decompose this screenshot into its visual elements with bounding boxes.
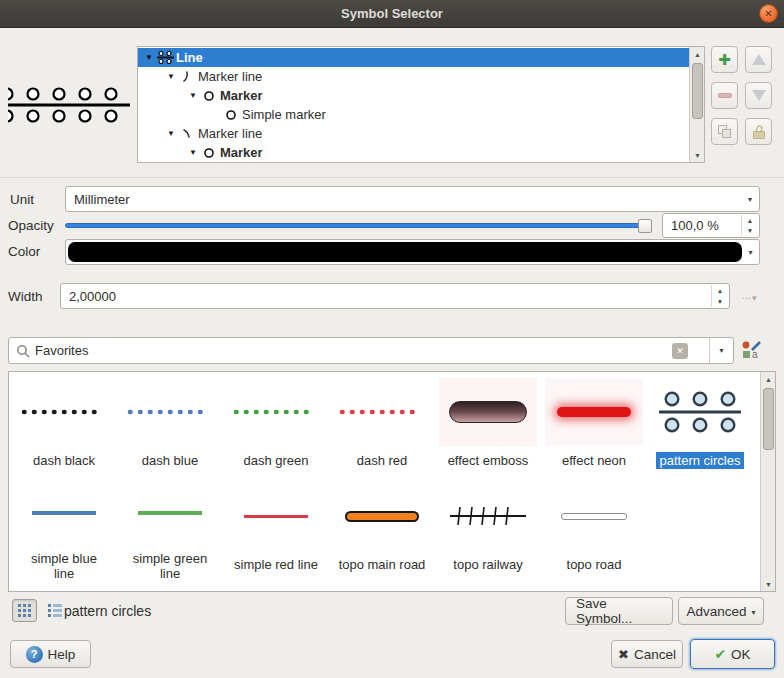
tree-item-marker-1[interactable]: ▼ Marker [138, 86, 689, 105]
symbol-gallery: dash black dash blue dash green dash red… [8, 371, 776, 592]
tree-scrollbar-thumb[interactable] [692, 63, 703, 119]
chevron-down-icon[interactable]: ▾ [742, 248, 759, 257]
tree-item-marker-2[interactable]: ▼ Marker [138, 143, 689, 162]
advanced-label: Advanced [686, 604, 746, 619]
add-layer-button[interactable]: ✚ [711, 46, 738, 73]
symbol-item[interactable]: simple red line [223, 478, 329, 582]
spin-down-icon[interactable]: ▼ [712, 296, 728, 307]
tree-item-simple-marker[interactable]: Simple marker [138, 105, 689, 124]
expander-icon[interactable]: ▼ [164, 72, 178, 81]
pattern-circles-mini-icon [156, 51, 174, 64]
symbol-label: topo main road [335, 556, 430, 573]
symbol-item[interactable]: dash blue [117, 374, 223, 478]
topo-main-road-preview [345, 511, 419, 522]
symbol-item[interactable]: simple green line [117, 478, 223, 582]
scroll-down-icon[interactable]: ▼ [761, 577, 776, 591]
titlebar[interactable]: Symbol Selector ✕ [0, 0, 784, 28]
chevron-down-icon[interactable]: ▾ [709, 338, 733, 363]
gallery-scrollbar[interactable]: ▲ ▼ [760, 372, 775, 591]
remove-layer-button[interactable] [711, 82, 738, 109]
curve-mark-icon [178, 70, 196, 83]
tree-item-line[interactable]: ▼ Line [138, 48, 689, 67]
scroll-up-icon[interactable]: ▲ [761, 372, 776, 386]
symbol-item[interactable]: dash black [11, 374, 117, 478]
expander-icon[interactable]: ▼ [164, 129, 178, 138]
symbol-item[interactable]: topo road [541, 478, 647, 582]
ellipsis-arrow-icon: ⋯▾ [742, 293, 758, 303]
symbol-label: effect neon [558, 452, 630, 469]
style-manager-button[interactable]: a [741, 339, 765, 363]
expander-icon[interactable]: ▼ [186, 148, 200, 157]
width-spinbox[interactable]: 2,00000 ▲ ▼ [60, 283, 730, 309]
icon-view-button[interactable] [12, 599, 37, 622]
unit-select[interactable]: Millimeter ▾ [65, 186, 760, 212]
spin-down-icon[interactable]: ▼ [742, 226, 758, 237]
gallery-scrollbar-thumb[interactable] [763, 388, 774, 450]
list-view-icon [48, 604, 62, 617]
advanced-button[interactable]: Advanced ▾ [678, 597, 764, 625]
circle-outline-icon [222, 109, 240, 121]
symbol-label: dash red [353, 452, 412, 469]
ok-label: OK [731, 647, 751, 662]
spin-up-icon[interactable]: ▲ [742, 215, 758, 226]
symbol-item-selected[interactable]: pattern circles [647, 374, 753, 478]
symbol-layer-tree: ▼ Line ▼ Marker line ▼ Marker [137, 46, 705, 163]
lock-color-button[interactable] [745, 118, 772, 145]
opacity-slider[interactable] [65, 223, 651, 228]
pattern-circles-preview [657, 389, 743, 435]
dash-red-preview [337, 407, 427, 417]
symbol-item[interactable]: dash red [329, 374, 435, 478]
symbol-item[interactable]: topo main road [329, 478, 435, 582]
help-button[interactable]: ? Help [10, 640, 91, 668]
topo-railway-preview [446, 504, 530, 528]
symbol-label: simple red line [230, 556, 322, 573]
move-down-button[interactable] [745, 82, 772, 109]
close-icon[interactable]: ✕ [759, 4, 778, 23]
data-defined-override-button[interactable]: ⋯▾ [742, 290, 768, 306]
arrow-down-icon [752, 90, 766, 101]
symbol-label: topo road [563, 556, 626, 573]
expander-icon[interactable]: ▼ [142, 53, 156, 62]
save-symbol-button[interactable]: Save Symbol... [565, 597, 673, 625]
search-icon [16, 344, 30, 358]
effect-emboss-preview [449, 401, 527, 423]
topo-road-preview [561, 513, 627, 520]
symbol-filter-input[interactable]: Favorites ✕ ▾ [8, 337, 734, 364]
tree-item-label: Marker line [196, 69, 262, 84]
simple-red-line-preview [244, 515, 308, 518]
symbol-selector-dialog: Symbol Selector ✕ ▼ Line ▼ [0, 0, 784, 678]
tree-item-marker-line-2[interactable]: ▼ Marker line [138, 124, 689, 143]
save-symbol-label: Save Symbol... [576, 596, 662, 626]
symbol-item[interactable]: dash green [223, 374, 329, 478]
scroll-down-icon[interactable]: ▼ [690, 148, 705, 162]
color-swatch [68, 242, 742, 262]
symbol-item[interactable]: effect neon [541, 374, 647, 478]
tree-item-marker-line-1[interactable]: ▼ Marker line [138, 67, 689, 86]
scroll-up-icon[interactable]: ▲ [690, 47, 705, 61]
style-manager-icon: a [741, 339, 763, 361]
expander-icon[interactable]: ▼ [186, 91, 200, 100]
cancel-button[interactable]: ✖ Cancel [611, 640, 683, 668]
svg-text:a: a [752, 349, 758, 360]
duplicate-layer-button[interactable] [711, 118, 738, 145]
ok-button[interactable]: ✔ OK [690, 639, 775, 669]
comma-mark-icon [178, 127, 196, 140]
arrow-up-icon [752, 54, 766, 65]
move-up-button[interactable] [745, 46, 772, 73]
opacity-spinbox[interactable]: 100,0 % ▲ ▼ [662, 213, 760, 238]
circle-outline-icon [200, 90, 218, 102]
spin-up-icon[interactable]: ▲ [712, 285, 728, 296]
opacity-slider-handle[interactable] [638, 219, 652, 233]
color-button[interactable]: ▾ [65, 239, 760, 265]
symbol-item[interactable]: simple blue line [11, 478, 117, 582]
unit-label: Unit [10, 192, 34, 207]
simple-green-line-preview [138, 511, 202, 515]
tree-item-label: Line [174, 50, 203, 65]
symbol-item[interactable]: topo railway [435, 478, 541, 582]
chevron-down-icon: ▾ [752, 608, 756, 617]
tree-scrollbar[interactable]: ▲ ▼ [689, 47, 704, 162]
symbol-label: dash blue [138, 452, 202, 469]
clear-icon[interactable]: ✕ [672, 343, 688, 359]
symbol-label: simple green line [122, 550, 218, 582]
symbol-item[interactable]: effect emboss [435, 374, 541, 478]
